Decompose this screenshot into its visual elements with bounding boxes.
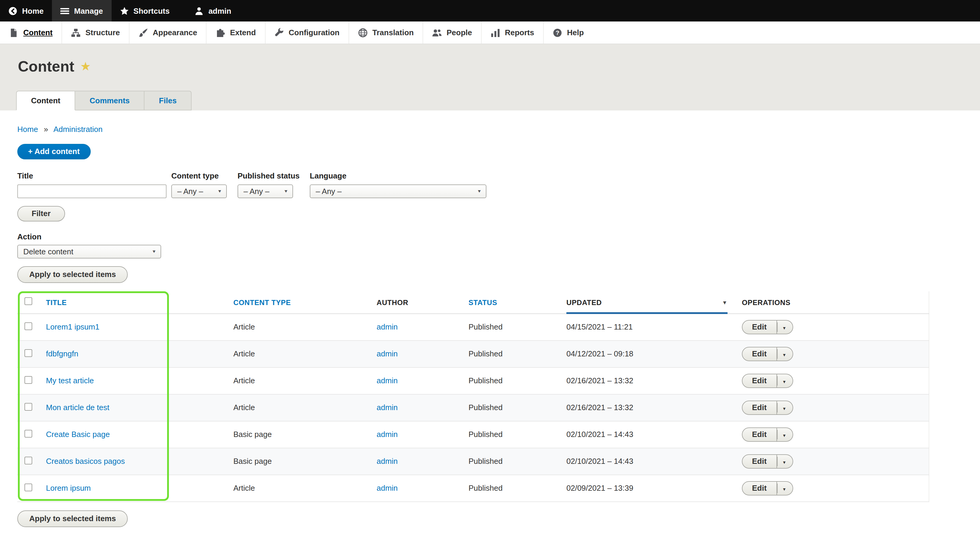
menu-item-reports[interactable]: Reports (481, 21, 543, 44)
menu-structure-label: Structure (85, 28, 120, 37)
language-select-value: – Any – (316, 187, 342, 196)
edit-button[interactable]: Edit (742, 481, 777, 495)
row-author-link[interactable]: admin (377, 484, 398, 492)
row-author-link[interactable]: admin (377, 430, 398, 439)
edit-dropdown-toggle[interactable]: ▼ (777, 320, 793, 334)
row-author-link[interactable]: admin (377, 457, 398, 466)
row-title-link[interactable]: Lorem1 ipsum1 (46, 322, 99, 331)
edit-dropbutton: Edit ▼ (742, 481, 793, 495)
edit-dropdown-toggle[interactable]: ▼ (777, 481, 793, 495)
edit-dropdown-toggle[interactable]: ▼ (777, 454, 793, 468)
page-header: Content ★ Content Comments Files (0, 44, 980, 110)
puzzle-icon (216, 28, 225, 37)
edit-button[interactable]: Edit (742, 373, 777, 388)
row-updated: 04/12/2021 – 09:18 (566, 349, 633, 358)
sort-by-content-type-header[interactable]: CONTENT TYPE (233, 298, 291, 307)
edit-button[interactable]: Edit (742, 427, 777, 441)
table-row: Lorem ipsum Article admin Published 02/0… (17, 475, 929, 502)
row-content-type: Article (233, 484, 255, 492)
apply-to-selected-button-top[interactable]: Apply to selected items (17, 266, 128, 283)
globe-icon (358, 28, 368, 37)
breadcrumb-home-link[interactable]: Home (17, 125, 38, 134)
sort-by-status-header[interactable]: STATUS (469, 298, 497, 307)
row-title-link[interactable]: Lorem ipsum (46, 484, 91, 492)
edit-dropdown-toggle[interactable]: ▼ (777, 347, 793, 361)
row-checkbox[interactable] (24, 483, 32, 491)
document-icon (9, 28, 19, 37)
toolbar-item-manage[interactable]: Manage (52, 0, 111, 21)
title-filter-input[interactable] (17, 185, 167, 198)
menu-item-configuration[interactable]: Configuration (265, 21, 348, 44)
action-select[interactable]: Delete content ▼ (17, 245, 161, 258)
menu-reports-label: Reports (505, 28, 534, 37)
edit-button[interactable]: Edit (742, 400, 777, 415)
edit-button[interactable]: Edit (742, 454, 777, 468)
caret-down-icon: ▼ (782, 460, 786, 464)
question-icon: ? (553, 28, 562, 37)
sitemap-icon (71, 28, 81, 37)
breadcrumb-administration-link[interactable]: Administration (53, 125, 103, 134)
menu-item-structure[interactable]: Structure (62, 21, 129, 44)
row-checkbox[interactable] (24, 403, 32, 411)
sort-by-updated-header[interactable]: UPDATED ▼ (566, 298, 727, 307)
row-checkbox[interactable] (24, 456, 32, 464)
apply-to-selected-button-bottom[interactable]: Apply to selected items (17, 510, 128, 527)
table-row: Mon article de test Article admin Publis… (17, 394, 929, 421)
page-title: Content (18, 57, 74, 75)
row-title-link[interactable]: fdbfgngfn (46, 349, 78, 358)
edit-dropdown-toggle[interactable]: ▼ (777, 400, 793, 415)
row-status: Published (469, 457, 503, 466)
row-status: Published (469, 376, 503, 385)
toolbar-item-home[interactable]: Home (0, 0, 52, 21)
row-title-link[interactable]: Mon article de test (46, 403, 109, 412)
row-content-type: Article (233, 322, 255, 331)
people-icon (433, 28, 442, 37)
filter-button[interactable]: Filter (17, 206, 65, 221)
row-content-type: Article (233, 349, 255, 358)
tab-comments[interactable]: Comments (75, 91, 145, 110)
row-author-link[interactable]: admin (377, 376, 398, 385)
select-all-checkbox[interactable] (24, 298, 32, 305)
sort-by-title-header[interactable]: TITLE (46, 298, 67, 307)
row-content-type: Article (233, 403, 255, 412)
menu-item-people[interactable]: People (423, 21, 481, 44)
breadcrumb: Home » Administration (17, 125, 963, 134)
row-checkbox[interactable] (24, 349, 32, 357)
tab-content[interactable]: Content (16, 91, 75, 110)
row-author-link[interactable]: admin (377, 322, 398, 331)
menu-item-translation[interactable]: Translation (348, 21, 423, 44)
row-content-type: Basic page (233, 430, 272, 439)
menu-item-help[interactable]: ? Help (543, 21, 593, 44)
menu-item-appearance[interactable]: Appearance (129, 21, 206, 44)
table-row: Creatos basicos pagos Basic page admin P… (17, 448, 929, 475)
edit-dropdown-toggle[interactable]: ▼ (777, 427, 793, 441)
add-content-button[interactable]: + Add content (17, 144, 91, 159)
published-status-select[interactable]: – Any – ▼ (237, 185, 293, 198)
row-title-link[interactable]: Creatos basicos pagos (46, 457, 125, 466)
row-status: Published (469, 484, 503, 492)
row-author-link[interactable]: admin (377, 349, 398, 358)
row-checkbox[interactable] (24, 430, 32, 437)
row-checkbox[interactable] (24, 322, 32, 330)
edit-dropdown-toggle[interactable]: ▼ (777, 373, 793, 388)
drupal-admin-page: Home Manage Shortcuts admin C (0, 0, 980, 551)
toolbar-item-shortcuts[interactable]: Shortcuts (111, 0, 178, 21)
content-table: TITLE CONTENT TYPE AUTHOR STATUS UPDATED… (17, 291, 929, 502)
edit-button[interactable]: Edit (742, 347, 777, 361)
language-filter-label: Language (310, 171, 487, 180)
row-title-link[interactable]: Create Basic page (46, 430, 110, 439)
admin-menu-bar: Content Structure Appearance Extend Conf… (0, 21, 980, 44)
row-author-link[interactable]: admin (377, 403, 398, 412)
content-type-select[interactable]: – Any – ▼ (171, 185, 227, 198)
row-checkbox[interactable] (24, 376, 32, 384)
tab-files[interactable]: Files (145, 91, 192, 110)
toolbar-item-admin-user[interactable]: admin (186, 0, 240, 21)
row-title-link[interactable]: My test article (46, 376, 94, 385)
language-select[interactable]: – Any – ▼ (310, 185, 487, 198)
table-header-row: TITLE CONTENT TYPE AUTHOR STATUS UPDATED… (17, 291, 929, 314)
row-status: Published (469, 349, 503, 358)
menu-item-content[interactable]: Content (0, 21, 62, 44)
menu-item-extend[interactable]: Extend (206, 21, 265, 44)
favorite-star-icon[interactable]: ★ (80, 60, 91, 72)
edit-button[interactable]: Edit (742, 320, 777, 334)
